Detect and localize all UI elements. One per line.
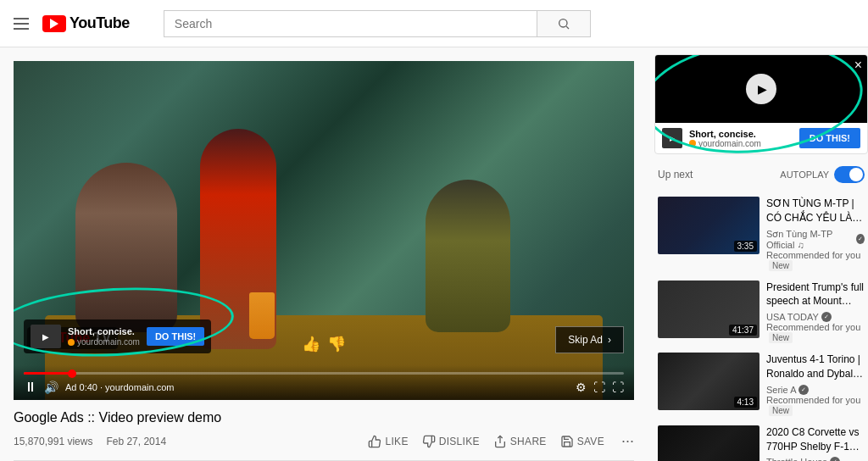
video-controls: ⏸ 🔊 Ad 0:40 · yourdomain.com ⚙ ⛶ ⛶ [14,365,634,400]
header-left: YouTube [14,14,130,32]
search-input[interactable] [164,10,537,37]
sidebar-video-duration: 41:37 [729,325,757,336]
verified-icon [856,234,865,244]
sidebar-video-item[interactable]: 3:35 SƠN TÙNG M-TP | CÓ CHẮC YÊU LÀ ĐÂY … [654,192,868,275]
video-stats: 15,870,991 views Feb 27, 2014 LIKE DISLI… [14,432,634,450]
verified-icon [830,457,840,461]
youtube-logo[interactable]: YouTube [42,14,130,32]
sidebar-video-channel: Serie A [766,385,865,395]
thumbs-up-video[interactable]: 👍 [302,335,320,353]
sidebar-video-meta: Recommended for you New [766,250,865,270]
dislike-button[interactable]: DISLIKE [422,435,480,448]
verified-icon [798,385,809,395]
person-child [426,180,510,332]
menu-icon[interactable] [14,18,29,30]
progress-dot [68,369,76,378]
verified-icon [821,312,832,322]
thumbs-down-video[interactable]: 👎 [327,335,346,353]
sidebar-ad-thumbnail[interactable] [655,55,867,123]
share-icon [493,435,507,448]
ad-overlay-cta-button[interactable]: DO THIS! [147,327,204,346]
sidebar-video-thumbnail: 3:35 [658,197,760,254]
sidebar-video-item[interactable]: 4:13 Juventus 4-1 Torino | Ronaldo and D… [654,347,868,420]
sidebar-video-item[interactable]: 41:37 President Trump's full speech at M… [654,275,868,348]
like-icon [368,435,381,448]
publish-date: Feb 27, 2014 [106,436,166,447]
video-actions: LIKE DISLIKE SHARE SAVE ··· [368,432,634,450]
sidebar-video-list: 3:35 SƠN TÙNG M-TP | CÓ CHẮC YÊU LÀ ĐÂY … [654,192,868,461]
sidebar-video-item[interactable]: 5:53 2020 C8 Corvette vs 770HP Shelby F-… [654,420,868,461]
sidebar-video-thumbnail: 5:53 [658,425,760,461]
share-button[interactable]: SHARE [493,435,547,448]
video-metadata: Google Ads :: Video preview demo 15,870,… [14,410,634,450]
sidebar-video-info: Juventus 4-1 Torino | Ronaldo and Dybala… [766,353,865,415]
youtube-logo-text: YouTube [70,14,130,32]
sidebar-ad-info: Short, concise. yourdomain.com DO THIS! [655,123,867,153]
fullscreen-button[interactable]: ⛶ [612,380,624,394]
sidebar-ad-domain: yourdomain.com [689,139,793,148]
sidebar-video-meta: Recommended for you New [766,395,865,415]
sidebar-video-info: 2020 C8 Corvette vs 770HP Shelby F-150 S… [766,425,865,461]
sidebar-video-channel: USA TODAY [766,312,865,322]
person-adult [75,163,177,332]
sidebar-video-channel: Throttle House [766,457,865,461]
controls-right: ⚙ ⛶ ⛶ [576,380,624,394]
sidebar-video-info: SƠN TÙNG M-TP | CÓ CHẮC YÊU LÀ ĐÂY | OFF… [766,197,865,270]
new-badge: New [769,332,793,343]
svg-point-0 [559,19,566,26]
new-badge: New [769,260,793,271]
sidebar-video-thumbnail: 4:13 [658,353,760,410]
view-count: 15,870,991 views [14,436,92,447]
sidebar-video-title: 2020 C8 Corvette vs 770HP Shelby F-150 S… [766,425,865,454]
sidebar-video-duration: 4:13 [734,397,757,408]
progress-bar[interactable] [24,372,624,375]
sidebar-ad-card: × Short, concise. yourdomain.com DO THIS… [654,54,868,154]
main-layout: YouTube TV Short, concise. yourdomain.co… [0,47,868,461]
more-options-button[interactable]: ··· [621,432,634,450]
theater-mode-button[interactable]: ⛶ [593,380,605,394]
video-player[interactable]: YouTube TV Short, concise. yourdomain.co… [14,61,634,400]
sidebar-video-info: President Trump's full speech at Mount R… [766,280,865,343]
settings-button[interactable]: ⚙ [576,380,587,394]
sidebar-video-thumbnail: 41:37 [658,280,760,338]
sidebar-video-meta: Recommended for you New [766,322,865,342]
sidebar-ad-title: Short, concise. [689,129,793,139]
ad-overlay-title: Short, concise. [68,326,140,337]
autoplay-toggle[interactable] [834,166,865,183]
sidebar-ad-text: Short, concise. yourdomain.com [689,129,793,148]
like-button[interactable]: LIKE [368,435,408,448]
progress-fill [24,372,72,375]
header: YouTube [0,0,868,47]
sidebar-video-title: President Trump's full speech at Mount R… [766,280,865,309]
sidebar-ad-icon [662,128,682,148]
sidebar-video-duration: 3:35 [734,241,757,252]
ad-overlay-thumbnail [31,325,61,348]
save-icon [560,435,574,448]
ad-overlay-info: Short, concise. yourdomain.com [68,326,140,347]
time-display: Ad 0:40 · yourdomain.com [65,382,174,392]
play-pause-button[interactable]: ⏸ [24,380,37,395]
dislike-icon [422,435,436,448]
juice-glass [249,292,275,339]
sidebar-ad-close-button[interactable]: × [854,58,862,72]
volume-button[interactable]: 🔊 [44,380,58,394]
sidebar-ad-play-button[interactable] [746,74,776,104]
sidebar-video-title: Juventus 4-1 Torino | Ronaldo and Dybala… [766,353,865,381]
main-content: YouTube TV Short, concise. yourdomain.co… [0,47,648,461]
new-badge: New [769,405,793,416]
skip-ad-button[interactable]: Skip Ad › [555,326,624,353]
search-button[interactable] [537,10,591,37]
video-rating-row: 👍 👎 [302,335,346,353]
search-bar [164,10,591,37]
sidebar-ad-cta-button[interactable]: DO THIS! [799,128,860,148]
up-next-label: Up next [658,169,693,181]
sidebar-video-title: SƠN TÙNG M-TP | CÓ CHẮC YÊU LÀ ĐÂY | OFF… [766,197,865,225]
video-title: Google Ads :: Video preview demo [14,410,634,425]
svg-line-1 [566,26,569,29]
save-button[interactable]: SAVE [560,435,604,448]
ad-overlay-domain: yourdomain.com [68,337,140,347]
sidebar-video-channel: Sơn Tùng M-TP Official ♫ [766,229,865,250]
video-ad-overlay: Short, concise. yourdomain.com DO THIS! [24,319,211,353]
controls-row: ⏸ 🔊 Ad 0:40 · yourdomain.com ⚙ ⛶ ⛶ [24,380,624,395]
autoplay-label: AUTOPLAY [780,169,829,180]
